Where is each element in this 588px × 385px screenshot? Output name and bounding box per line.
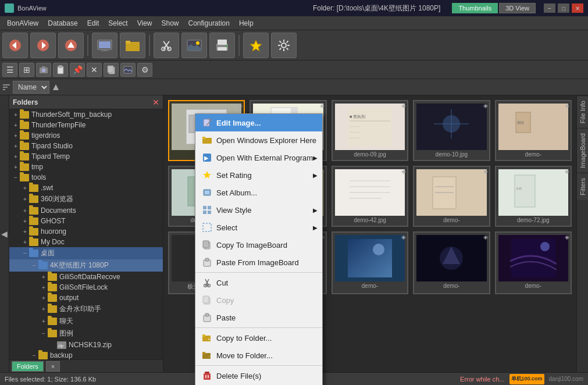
img-cell-14[interactable]: demo- ◈ (413, 231, 490, 294)
expand-icon[interactable]: + (12, 152, 20, 161)
menu-help[interactable]: Help (234, 18, 258, 28)
ctx-set-rating[interactable]: Set Rating ▶ (195, 166, 322, 184)
back-btn[interactable] (2, 33, 28, 58)
tree-item-documents[interactable]: + Documents (9, 205, 163, 216)
tree-item-huorong[interactable]: + huorong (9, 226, 163, 237)
list-view-btn[interactable]: ☰ (2, 63, 17, 77)
thumbnails-btn[interactable]: Thumbnails (452, 3, 498, 13)
tree-item-thundersoft[interactable]: + ThunderSoft_tmp_backup (9, 109, 163, 120)
grid-view-btn[interactable]: ⊞ (19, 63, 34, 77)
img-cell-15[interactable]: demo- ◈ (495, 231, 572, 294)
tree-item-output[interactable]: + output (9, 293, 163, 303)
ctx-copy-folder[interactable]: + Copy to Folder... (195, 329, 322, 347)
print-btn[interactable] (209, 33, 235, 58)
sidebar-close-btn[interactable]: ✕ (152, 98, 159, 107)
settings-btn[interactable] (271, 33, 297, 58)
tree-item-watermark[interactable]: + 金舟水印助手 (9, 303, 163, 315)
3d-view-btn[interactable]: 3D View (499, 3, 536, 13)
tree-item-360[interactable]: + 360浏览器 (9, 193, 163, 205)
tree-item-tools[interactable]: − tools (9, 172, 163, 183)
ctx-open-external[interactable]: ▶ Open With External Program ▶ (195, 149, 322, 166)
ctx-open-explorer[interactable]: Open Windows Explorer Here (195, 131, 322, 149)
ctx-select[interactable]: Select ▶ (195, 219, 322, 236)
image-btn[interactable] (181, 33, 207, 58)
tree-item-tigerdrios[interactable]: + tigerdrios (9, 130, 163, 141)
right-tab-imageboard[interactable]: ImageBoard (577, 128, 588, 173)
minimize-btn[interactable]: − (544, 3, 555, 13)
expand-icon[interactable]: + (21, 184, 29, 192)
img-cell-9[interactable]: demo- ◈ (413, 166, 490, 227)
tree-item-tipard-temp[interactable]: + Tipard Temp (9, 151, 163, 162)
cut-btn[interactable] (154, 33, 179, 58)
tree-item-desktop[interactable]: − 桌面 (9, 247, 163, 259)
tree-item-thundertemp[interactable]: + ThunderTempFile (9, 120, 163, 130)
tree-item-mydoc[interactable]: + My Doc (9, 237, 163, 247)
right-tab-fileinfo[interactable]: File Info (577, 95, 588, 128)
expand-icon[interactable]: + (40, 273, 48, 281)
sort-select[interactable]: NameDateSizeType (13, 81, 49, 94)
expand-icon[interactable]: + (40, 294, 48, 302)
star-btn[interactable] (243, 33, 269, 58)
expand-icon[interactable]: + (40, 283, 48, 291)
expand-icon[interactable]: − (12, 173, 20, 181)
ctx-edit-image[interactable]: Edit Image... (195, 114, 322, 131)
screen-btn[interactable] (92, 33, 117, 58)
tree-item-nchsk[interactable]: + zip NCHSK19.zip (9, 340, 163, 350)
expand-icon[interactable]: + (12, 163, 20, 171)
folder-tree[interactable]: + ThunderSoft_tmp_backup + ThunderTempFi… (9, 109, 163, 359)
menu-view[interactable]: View (133, 18, 157, 28)
ctx-paste-imageboard[interactable]: Paste From ImageBoard (195, 254, 322, 271)
config-btn[interactable]: ⚙ (137, 63, 152, 77)
sidebar-tab-close[interactable]: × (46, 361, 60, 372)
expand-icon[interactable]: − (30, 262, 38, 270)
menu-select[interactable]: Select (104, 18, 132, 28)
img-cell-3[interactable]: ■ 青执刑 ............ ............ ........… (332, 100, 408, 161)
copy2-btn[interactable] (104, 63, 119, 77)
menu-database[interactable]: Database (43, 18, 82, 28)
expand-icon[interactable]: + (21, 227, 29, 236)
ctx-cut[interactable]: Cut (195, 274, 322, 291)
close-btn[interactable]: ✕ (572, 3, 583, 13)
right-tab-filters[interactable]: Filters (577, 173, 588, 200)
tree-item-backup[interactable]: − backup (9, 350, 163, 359)
menu-bonaview[interactable]: BonAView (2, 18, 43, 28)
img-cell-8[interactable]: demo-42.jpg ◈ (332, 166, 408, 227)
expand-icon[interactable]: + (12, 131, 20, 140)
maximize-btn[interactable]: □ (558, 3, 569, 13)
delete-btn2[interactable]: ✕ (87, 63, 102, 77)
expand-icon[interactable]: + (12, 121, 20, 129)
forward-btn[interactable] (30, 33, 56, 58)
expand-icon[interactable]: + (21, 238, 29, 246)
folder-btn[interactable] (120, 33, 145, 58)
image2-btn[interactable] (120, 63, 136, 77)
sidebar-collapse-btn[interactable]: ◀ (0, 95, 9, 372)
img-cell-5[interactable]: 测试 demo- ◈ (495, 100, 572, 161)
expand-icon[interactable]: + (21, 195, 29, 204)
expand-icon[interactable]: − (21, 249, 29, 258)
tree-item-ghost[interactable]: + GHOST (9, 216, 163, 226)
ctx-delete[interactable]: Delete File(s) (195, 367, 322, 384)
tree-item-4k[interactable]: − 4K壁纸图片 1080P (9, 259, 163, 272)
menu-configuration[interactable]: Configuration (184, 18, 234, 28)
expand-icon[interactable]: + (12, 142, 20, 150)
menu-edit[interactable]: Edit (83, 18, 104, 28)
up-btn[interactable] (58, 33, 84, 58)
expand-icon[interactable]: − (40, 330, 48, 338)
camera-btn[interactable] (36, 63, 51, 77)
img-cell-13[interactable]: demo- ◈ (332, 231, 408, 294)
tree-item-chat[interactable]: + 聊天 (9, 315, 163, 327)
expand-icon[interactable]: + (21, 206, 29, 215)
expand-icon[interactable]: + (21, 217, 29, 225)
tree-item-tuli[interactable]: − 图例 (9, 327, 163, 340)
ctx-move-folder[interactable]: → Move to Folder... (195, 347, 322, 364)
ctx-copy-imageboard[interactable]: Copy To ImageBoard (195, 236, 322, 254)
expand-icon[interactable]: + (40, 318, 48, 326)
tree-item-gilisoft-lock[interactable]: + GiliSoftFileLock (9, 282, 163, 293)
sidebar-tab-folders[interactable]: Folders (12, 361, 44, 372)
ctx-set-album[interactable]: Set Album... (195, 184, 322, 201)
img-cell-10[interactable]: 文档 demo-72.jpg ◈ (495, 166, 572, 227)
tree-item-swt[interactable]: + .swt (9, 183, 163, 193)
expand-icon[interactable]: + (40, 305, 48, 313)
ctx-copy[interactable]: Copy (195, 291, 322, 309)
menu-show[interactable]: Show (156, 18, 183, 28)
